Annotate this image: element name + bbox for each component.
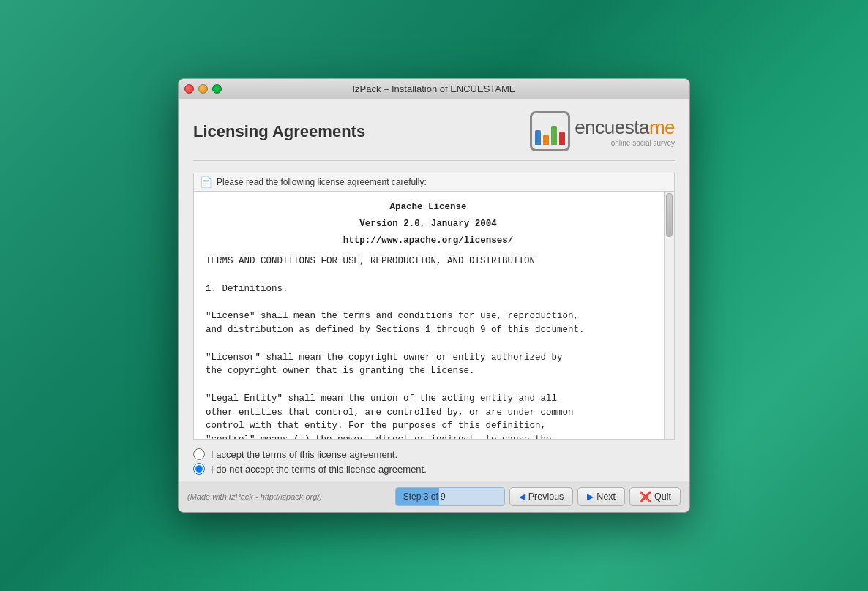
scrollbar-thumb[interactable]	[666, 193, 673, 237]
footer-buttons: Step 3 of 9 ◀ Previous ▶ Next ❌ Quit	[395, 487, 681, 506]
license-title: Apache License	[206, 200, 651, 214]
header: Licensing Agreements encuestame online s…	[193, 111, 675, 161]
logo-icon	[530, 111, 570, 151]
license-notice-text: Please read the following license agreem…	[217, 177, 427, 187]
previous-label: Previous	[528, 492, 564, 502]
window-title: IzPack – Installation of ENCUESTAME	[352, 83, 515, 94]
traffic-lights	[184, 84, 222, 94]
title-bar: IzPack – Installation of ENCUESTAME	[179, 79, 689, 99]
license-notice-bar: 📄 Please read the following license agre…	[193, 173, 675, 191]
page-title: Licensing Agreements	[193, 122, 365, 141]
accept-row: I accept the terms of this license agree…	[193, 447, 675, 462]
close-button[interactable]	[184, 84, 194, 94]
license-terms: TERMS AND CONDITIONS FOR USE, REPRODUCTI…	[206, 255, 651, 440]
logo-text-block: encuestame online social survey	[575, 116, 675, 147]
logo-tagline: online social survey	[575, 139, 675, 147]
maximize-button[interactable]	[212, 84, 222, 94]
previous-button[interactable]: ◀ Previous	[509, 487, 574, 506]
quit-button[interactable]: ❌ Quit	[629, 487, 681, 506]
quit-icon: ❌	[639, 491, 651, 502]
accept-label[interactable]: I accept the terms of this license agree…	[211, 449, 397, 460]
bar-orange	[543, 135, 549, 145]
minimize-button[interactable]	[198, 84, 208, 94]
footer-bar: (Made with IzPack - http://izpack.org/) …	[179, 481, 689, 512]
logo-name: encuestame	[575, 116, 675, 139]
bar-red	[559, 132, 565, 145]
document-icon: 📄	[200, 176, 212, 188]
next-icon: ▶	[587, 492, 594, 502]
progress-step: Step 3 of 9	[395, 487, 505, 506]
bar-blue	[535, 130, 541, 145]
scrollbar[interactable]	[664, 192, 674, 439]
decline-label[interactable]: I do not accept the terms of this licens…	[211, 464, 427, 475]
decline-row: I do not accept the terms of this licens…	[193, 462, 675, 476]
next-label: Next	[596, 492, 616, 502]
license-text-area[interactable]: Apache License Version 2.0, January 2004…	[193, 191, 675, 440]
accept-radio[interactable]	[193, 448, 205, 460]
license-body: Apache License Version 2.0, January 2004…	[206, 200, 662, 440]
next-button[interactable]: ▶ Next	[577, 487, 625, 506]
window-content: Licensing Agreements encuestame online s…	[179, 99, 689, 481]
logo-container: encuestame online social survey	[530, 111, 675, 151]
bar-green	[551, 126, 557, 145]
logo-name-part2: me	[649, 116, 675, 138]
decline-radio[interactable]	[193, 463, 205, 475]
radio-section: I accept the terms of this license agree…	[193, 440, 675, 481]
installer-window: IzPack – Installation of ENCUESTAME Lice…	[178, 78, 690, 513]
logo-name-part1: encuesta	[575, 116, 649, 138]
footer-credit: (Made with IzPack - http://izpack.org/)	[187, 492, 322, 501]
step-label: Step 3 of 9	[403, 492, 446, 502]
previous-icon: ◀	[519, 492, 525, 502]
license-subtitle: Version 2.0, January 2004	[206, 217, 651, 231]
quit-label: Quit	[654, 492, 671, 502]
license-url: http://www.apache.org/licenses/	[206, 234, 651, 248]
